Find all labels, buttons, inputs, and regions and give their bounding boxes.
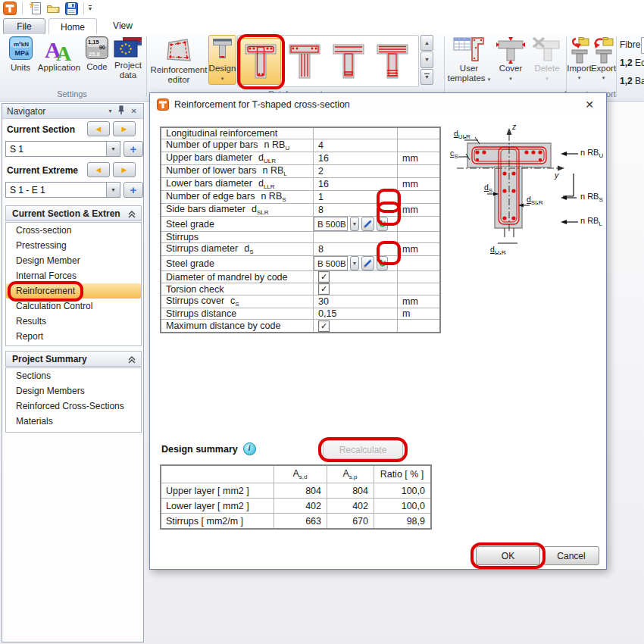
table-row: Side bars diameterdSLR8mm	[161, 204, 440, 217]
section-extreme-group-header[interactable]: Current Section & Extren	[5, 205, 142, 221]
sidebar-item-materials[interactable]: Materials	[6, 414, 141, 429]
current-section-select[interactable]: S 1 ▼	[5, 141, 120, 157]
cover-button[interactable]: Cover ▾	[493, 36, 528, 81]
current-extreme-select[interactable]: S 1 - E 1 ▼	[5, 182, 120, 198]
user-templates-button[interactable]: User templates ▾	[446, 36, 492, 83]
fibre-row-ec: 1,2 Ec	[620, 58, 644, 68]
lower-bars-count-field[interactable]: 2	[314, 165, 398, 178]
previous-extreme-button[interactable]: ◄	[87, 162, 110, 177]
customize-quick-access-icon[interactable]: ▾	[89, 5, 92, 11]
open-folder-icon[interactable]	[45, 2, 61, 15]
tab-home[interactable]: Home	[48, 18, 97, 36]
save-icon[interactable]	[64, 2, 79, 15]
upper-bars-count-field[interactable]: 4	[314, 139, 398, 152]
edge-bars-count-field[interactable]: 1	[314, 191, 398, 204]
sidebar-item-results[interactable]: Results	[6, 314, 141, 329]
units-button[interactable]: m²kNMPa Units	[5, 36, 36, 73]
cover-dropdown-icon[interactable]: ▾	[509, 76, 512, 81]
recalculate-label: Recalculate	[339, 445, 387, 455]
cancel-button[interactable]: Cancel	[543, 546, 599, 565]
t-section-icon-3	[331, 40, 366, 83]
import-dropdown-icon[interactable]: ▾	[578, 75, 581, 80]
sidebar-item-prestressing[interactable]: Prestressing	[6, 238, 141, 253]
gallery-scrollbar: ▲ ▼ ▼	[420, 35, 433, 85]
sidebar-item-reinforcement-label: Reinforcement	[16, 286, 75, 296]
sidebar-item-calculation-control[interactable]: Calculation Control	[6, 299, 141, 314]
gallery-more-button[interactable]: ▼	[420, 69, 433, 85]
refresh-stirrups-steel-grade-button[interactable]: ↻	[377, 256, 388, 270]
new-document-icon[interactable]	[27, 2, 42, 15]
navigator-title: Navigator	[7, 106, 45, 117]
previous-section-button[interactable]: ◄	[87, 121, 110, 136]
sidebar-item-design-members[interactable]: Design Members	[6, 383, 141, 399]
stirrups-steel-grade-select[interactable]: B 500B	[314, 256, 348, 270]
axis-z-label: z	[512, 122, 516, 131]
export-dropdown-icon[interactable]: ▾	[602, 75, 605, 80]
lower-bars-diameter-field[interactable]: 16	[314, 178, 398, 191]
ribbon-tab-bar: File Home View	[0, 17, 644, 35]
steel-grade-select[interactable]: B 500B	[314, 217, 348, 231]
import-button[interactable]: Import ▾	[567, 36, 591, 80]
info-icon[interactable]: i	[243, 442, 256, 455]
gallery-scroll-up-button[interactable]: ▲	[420, 35, 433, 51]
divider	[83, 2, 84, 14]
user-templates-dropdown-icon[interactable]: ▾	[488, 77, 491, 82]
stirrups-diameter-field[interactable]: 8	[314, 243, 398, 256]
next-extreme-button[interactable]: ►	[113, 162, 136, 177]
gallery-item-t-4[interactable]	[372, 38, 413, 85]
gallery-scroll-down-button[interactable]: ▼	[420, 52, 433, 67]
gallery-item-t-2[interactable]	[284, 38, 325, 85]
project-data-button[interactable]: Project data	[111, 36, 145, 80]
mandrel-by-code-checkbox[interactable]: ✓	[318, 271, 330, 283]
project-summary-group-header[interactable]: Project Summary	[5, 351, 142, 367]
sidebar-item-report[interactable]: Report	[6, 329, 141, 344]
ok-button[interactable]: OK	[476, 546, 540, 565]
refresh-steel-grade-button[interactable]: ↻	[377, 217, 388, 231]
recalculate-button: Recalculate	[323, 440, 403, 459]
stirrups-cover-field[interactable]: 30	[314, 295, 398, 308]
design-dropdown-icon[interactable]: ▾	[221, 76, 224, 81]
tab-view[interactable]: View	[100, 18, 145, 33]
dialog-titlebar[interactable]: Reinforcement for T-shaped cross-section	[150, 93, 606, 116]
side-bars-diameter-field[interactable]: 8	[314, 204, 398, 217]
stirrups-steel-grade-dropdown-icon[interactable]: ▼	[350, 256, 359, 270]
sidebar-item-cross-section[interactable]: Cross-section	[6, 223, 141, 238]
collapse-chevron-icon[interactable]	[128, 355, 136, 366]
fibre-input[interactable]: N	[641, 37, 644, 54]
navigator-menu-icon[interactable]: ▼	[108, 108, 113, 114]
current-extreme-dropdown-icon[interactable]: ▼	[106, 183, 120, 197]
navigator-close-icon[interactable]: ✕	[131, 107, 137, 115]
sidebar-item-reinforcement[interactable]: Reinforcement	[6, 283, 141, 299]
table-section-row: Stirrups	[161, 232, 440, 243]
code-button[interactable]: 1,159025.8 Code	[82, 36, 112, 72]
navigator-titlebar: Navigator ▼ ✕	[2, 104, 143, 119]
application-button[interactable]: AA Application	[37, 36, 81, 73]
current-section-dropdown-icon[interactable]: ▼	[106, 142, 120, 156]
pin-icon[interactable]	[117, 105, 125, 117]
gallery-item-t-selected[interactable]	[240, 38, 281, 85]
next-section-button[interactable]: ►	[113, 121, 136, 136]
add-section-button[interactable]: +	[123, 141, 143, 157]
torsion-check-checkbox[interactable]: ✓	[318, 283, 330, 295]
max-distance-by-code-checkbox[interactable]: ✓	[318, 320, 330, 332]
project-summary-group-title: Project Summary	[12, 354, 87, 364]
tab-file[interactable]: File	[3, 18, 45, 35]
design-button[interactable]: Design ▾	[208, 35, 236, 85]
table-row: Stirrups distance0,15m	[161, 308, 440, 320]
steel-grade-dropdown-icon[interactable]: ▼	[350, 217, 359, 231]
add-extreme-button[interactable]: +	[123, 182, 143, 198]
reinforcement-editor-button[interactable]: Reinforcement editor	[150, 36, 208, 85]
app-logo-icon[interactable]	[2, 2, 17, 15]
sidebar-item-design-member[interactable]: Design Member	[6, 253, 141, 268]
sidebar-item-sections[interactable]: Sections	[6, 368, 141, 383]
collapse-chevron-icon[interactable]	[128, 210, 136, 220]
edit-steel-grade-button[interactable]	[361, 217, 374, 231]
sidebar-item-reinforced-cross-sections[interactable]: Reinforced Cross-Sections	[6, 399, 141, 414]
sidebar-item-internal-forces[interactable]: Internal Forces	[6, 268, 141, 283]
export-button[interactable]: Export ▾	[592, 36, 615, 80]
dialog-close-icon[interactable]: ✕	[583, 98, 596, 112]
edit-stirrups-steel-grade-button[interactable]	[361, 256, 374, 270]
upper-bars-diameter-field[interactable]: 16	[314, 152, 398, 165]
gallery-item-t-3[interactable]	[328, 38, 369, 85]
stirrups-distance-field[interactable]: 0,15	[314, 308, 398, 320]
